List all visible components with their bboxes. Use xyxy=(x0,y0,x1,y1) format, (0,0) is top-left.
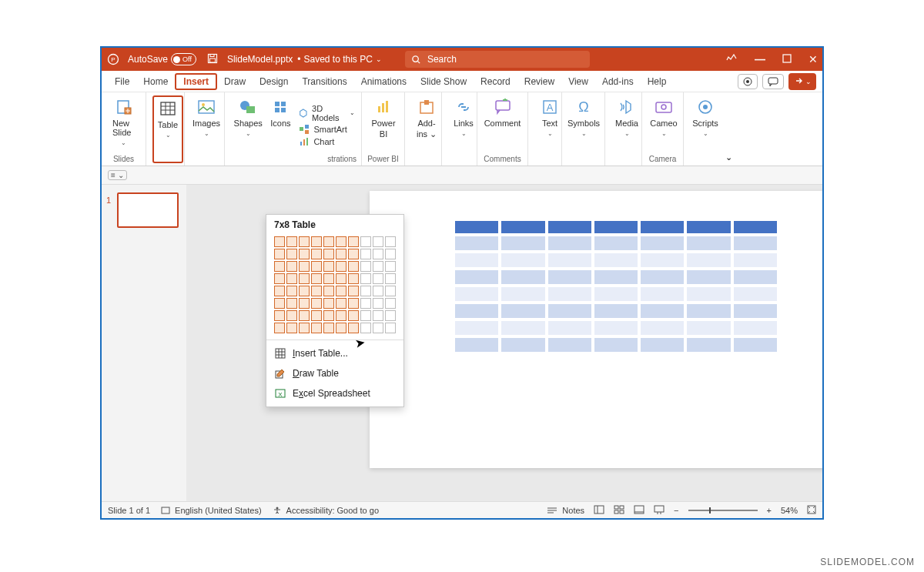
svg-rect-23 xyxy=(246,106,255,113)
maximize-button[interactable] xyxy=(782,53,792,65)
images-button[interactable]: Images⌄ xyxy=(191,95,222,163)
3d-models-button[interactable]: 3D Models⌄ xyxy=(299,103,355,123)
svg-text:P: P xyxy=(111,56,115,63)
links-button[interactable]: Links⌄ xyxy=(448,95,479,163)
svg-rect-28 xyxy=(303,139,305,146)
fit-to-window-button[interactable] xyxy=(807,505,816,516)
chart-button[interactable]: Chart xyxy=(299,135,355,148)
view-slideshow-button[interactable] xyxy=(654,505,665,516)
addins-button[interactable]: Add-ins ⌄ xyxy=(411,95,442,163)
quick-access-row: ≡ ⌄ xyxy=(102,166,822,185)
insert-table-menu-item[interactable]: Insert Table... xyxy=(266,343,403,363)
svg-line-6 xyxy=(417,61,420,63)
smartart-button[interactable]: SmartArt xyxy=(299,123,355,135)
table-button[interactable]: Table⌄ xyxy=(152,95,183,163)
saved-location[interactable]: •Saved to this PC⌄ xyxy=(297,54,382,65)
notes-toggle[interactable]: Notes xyxy=(547,506,584,515)
svg-rect-53 xyxy=(620,506,624,509)
ribbon-collapse-button[interactable]: ⌄ xyxy=(722,92,735,166)
language-status[interactable]: English (United States) xyxy=(161,506,262,515)
tab-home[interactable]: Home xyxy=(136,71,175,92)
svg-point-44 xyxy=(703,105,708,109)
search-box[interactable]: Search xyxy=(405,51,590,68)
file-name: SlideModel.pptx xyxy=(227,54,293,65)
svg-rect-45 xyxy=(162,507,169,513)
zoom-out-button[interactable]: − xyxy=(674,506,678,515)
powerpoint-icon: P xyxy=(106,52,120,66)
view-normal-button[interactable] xyxy=(594,505,604,516)
excel-spreadsheet-menu-item[interactable]: XExcel Spreadsheet xyxy=(266,383,403,403)
outline-toggle[interactable]: ≡ ⌄ xyxy=(108,170,127,180)
svg-text:X: X xyxy=(278,391,283,398)
tab-transitions[interactable]: Transitions xyxy=(295,71,353,92)
app-window: P AutoSave Off SlideModel.pptx •Saved to… xyxy=(100,46,824,520)
search-icon xyxy=(411,55,421,65)
close-button[interactable]: ✕ xyxy=(808,53,818,65)
slide-thumbnail-1[interactable] xyxy=(117,192,179,228)
svg-rect-3 xyxy=(210,54,214,56)
slide-canvas[interactable] xyxy=(370,191,822,468)
slide-counter: Slide 1 of 1 xyxy=(108,506,150,515)
svg-rect-34 xyxy=(424,100,429,105)
text-button[interactable]: AText⌄ xyxy=(534,95,565,163)
zoom-in-button[interactable]: + xyxy=(767,506,772,515)
autosave-label: AutoSave xyxy=(128,54,168,65)
ribbon-tabs: File Home Insert Draw Design Transitions… xyxy=(102,71,822,92)
svg-rect-4 xyxy=(209,59,215,62)
comments-pane-button[interactable] xyxy=(762,74,784,89)
tab-file[interactable]: File xyxy=(108,71,136,92)
tab-slideshow[interactable]: Slide Show xyxy=(413,71,474,92)
tab-review[interactable]: Review xyxy=(517,71,561,92)
inserted-table-preview xyxy=(453,219,779,354)
minimize-button[interactable]: — xyxy=(755,53,765,65)
accessibility-status[interactable]: Accessibility: Good to go xyxy=(273,506,379,515)
save-icon[interactable] xyxy=(207,53,218,66)
share-button[interactable]: ⌄ xyxy=(788,73,816,90)
view-sorter-button[interactable] xyxy=(614,505,624,516)
zoom-slider[interactable] xyxy=(688,510,758,511)
table-size-label: 7x8 Table xyxy=(266,215,403,233)
scripts-button[interactable]: Scripts⌄ xyxy=(690,95,721,163)
thumb-index: 1 xyxy=(106,196,111,205)
table-size-grid[interactable] xyxy=(266,233,403,340)
zoom-percent[interactable]: 54% xyxy=(781,506,798,515)
new-slide-button[interactable]: New Slide⌄ xyxy=(108,95,139,155)
svg-rect-24 xyxy=(300,127,303,131)
tab-animations[interactable]: Animations xyxy=(354,71,413,92)
power-bi-button[interactable]: PowerBI xyxy=(368,95,399,155)
tab-design[interactable]: Design xyxy=(253,71,295,92)
media-button[interactable]: Media⌄ xyxy=(611,95,642,163)
draw-table-menu-item[interactable]: Draw Table xyxy=(266,363,403,383)
tab-draw[interactable]: Draw xyxy=(217,71,253,92)
svg-rect-30 xyxy=(378,106,380,112)
svg-point-9 xyxy=(746,80,749,83)
svg-point-5 xyxy=(413,55,418,61)
svg-rect-29 xyxy=(306,138,308,146)
autosave-toggle[interactable]: Off xyxy=(171,53,196,65)
svg-rect-55 xyxy=(620,510,624,513)
svg-rect-62 xyxy=(276,349,285,358)
table-insert-dropdown: 7x8 Table Insert Table... Draw Table XEx… xyxy=(266,214,404,407)
record-indicator-button[interactable] xyxy=(738,74,758,89)
comment-button[interactable]: Comment xyxy=(484,95,521,155)
svg-rect-32 xyxy=(386,101,388,112)
symbols-button[interactable]: ΩSymbols⌄ xyxy=(568,95,599,163)
coming-soon-icon[interactable] xyxy=(725,52,738,67)
svg-text:A: A xyxy=(547,102,554,113)
svg-rect-50 xyxy=(594,506,604,513)
svg-rect-15 xyxy=(161,102,175,115)
tab-view[interactable]: View xyxy=(561,71,595,92)
tab-record[interactable]: Record xyxy=(474,71,517,92)
tab-help[interactable]: Help xyxy=(641,71,674,92)
svg-rect-58 xyxy=(654,506,664,512)
watermark: SLIDEMODEL.COM xyxy=(820,557,915,567)
tab-insert[interactable]: Insert xyxy=(175,73,217,90)
view-reading-button[interactable] xyxy=(634,505,644,516)
svg-rect-31 xyxy=(382,103,384,112)
shapes-button[interactable]: Shapes⌄ xyxy=(231,95,265,155)
tab-addins[interactable]: Add-ins xyxy=(595,71,641,92)
svg-point-46 xyxy=(276,507,278,509)
cameo-button[interactable]: Cameo⌄ xyxy=(648,95,679,155)
icons-button[interactable]: Icons xyxy=(265,95,296,155)
svg-rect-35 xyxy=(496,101,510,110)
